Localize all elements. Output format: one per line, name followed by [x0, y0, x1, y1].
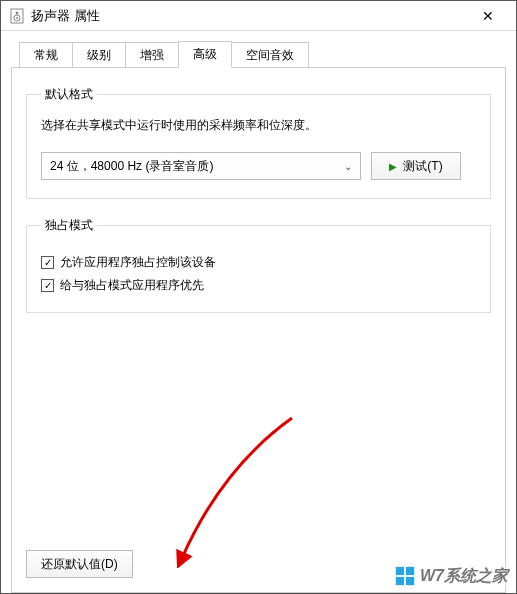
svg-rect-5 — [406, 567, 414, 575]
default-format-group: 默认格式 选择在共享模式中运行时使用的采样频率和位深度。 24 位，48000 … — [26, 86, 491, 199]
exclusive-mode-legend: 独占模式 — [41, 217, 97, 234]
checkbox-priority[interactable]: ✓ — [41, 279, 54, 292]
close-button[interactable]: ✕ — [468, 1, 508, 31]
tab-spatial[interactable]: 空间音效 — [231, 42, 309, 68]
tab-general[interactable]: 常规 — [19, 42, 73, 68]
tab-panel-advanced: 默认格式 选择在共享模式中运行时使用的采样频率和位深度。 24 位，48000 … — [11, 67, 506, 593]
chevron-down-icon: ⌄ — [344, 161, 352, 172]
svg-rect-6 — [396, 577, 404, 585]
watermark-icon — [394, 565, 416, 587]
test-button-label: 测试(T) — [403, 158, 442, 175]
watermark: W7系统之家 — [390, 563, 512, 589]
default-format-desc: 选择在共享模式中运行时使用的采样频率和位深度。 — [41, 117, 476, 134]
exclusive-allow-row[interactable]: ✓ 允许应用程序独占控制该设备 — [41, 254, 476, 271]
tab-enhancements[interactable]: 增强 — [125, 42, 179, 68]
content-area: 常规 级别 增强 高级 空间音效 默认格式 选择在共享模式中运行时使用的采样频率… — [1, 31, 516, 593]
checkbox-allow[interactable]: ✓ — [41, 256, 54, 269]
svg-rect-4 — [396, 567, 404, 575]
svg-rect-7 — [406, 577, 414, 585]
format-select-value: 24 位，48000 Hz (录音室音质) — [50, 158, 213, 175]
restore-defaults-button[interactable]: 还原默认值(D) — [26, 550, 133, 578]
play-icon: ▶ — [389, 161, 397, 172]
annotation-arrow — [162, 408, 302, 568]
title-bar: 扬声器 属性 ✕ — [1, 1, 516, 31]
speaker-icon — [9, 8, 25, 24]
exclusive-priority-row[interactable]: ✓ 给与独占模式应用程序优先 — [41, 277, 476, 294]
restore-defaults-label: 还原默认值(D) — [41, 556, 118, 573]
format-select[interactable]: 24 位，48000 Hz (录音室音质) ⌄ — [41, 152, 361, 180]
window-title: 扬声器 属性 — [31, 7, 468, 25]
tab-strip: 常规 级别 增强 高级 空间音效 — [11, 41, 506, 67]
exclusive-mode-group: 独占模式 ✓ 允许应用程序独占控制该设备 ✓ 给与独占模式应用程序优先 — [26, 217, 491, 313]
format-row: 24 位，48000 Hz (录音室音质) ⌄ ▶ 测试(T) — [41, 152, 476, 180]
exclusive-priority-label: 给与独占模式应用程序优先 — [60, 277, 204, 294]
watermark-text: W7系统之家 — [420, 566, 508, 587]
svg-point-1 — [16, 11, 19, 14]
test-button[interactable]: ▶ 测试(T) — [371, 152, 461, 180]
exclusive-allow-label: 允许应用程序独占控制该设备 — [60, 254, 216, 271]
default-format-legend: 默认格式 — [41, 86, 97, 103]
tab-advanced[interactable]: 高级 — [178, 41, 232, 68]
svg-point-3 — [16, 17, 18, 19]
tab-levels[interactable]: 级别 — [72, 42, 126, 68]
